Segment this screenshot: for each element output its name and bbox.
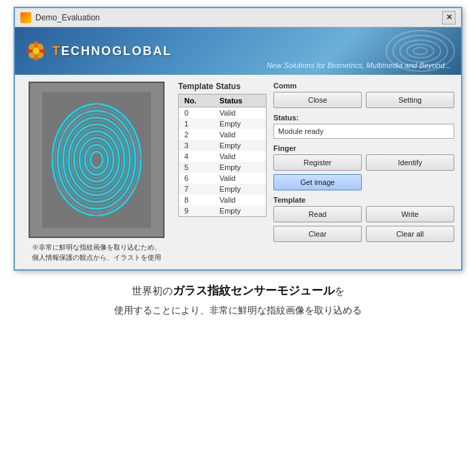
fingerprint-caption: ※非常に鮮明な指紋画像を取り込むため、個人情報保護の観点から、イラストを使用 bbox=[32, 242, 161, 262]
table-row: 1Empty bbox=[179, 118, 266, 129]
template-row-status: Empty bbox=[214, 184, 266, 194]
template-row-status: Empty bbox=[214, 162, 266, 173]
setting-button[interactable]: Setting bbox=[366, 92, 454, 108]
left-panel: ※非常に鮮明な指紋画像を取り込むため、個人情報保護の観点から、イラストを使用 bbox=[22, 82, 171, 262]
template-row-status: Valid bbox=[214, 129, 266, 140]
svg-point-13 bbox=[407, 44, 434, 58]
title-bar-left: Demo_Evaluation bbox=[20, 12, 100, 23]
bottom-text: 世界初のガラス指紋センサーモジュールを 使用することにより、非常に鮮明な指紋画像… bbox=[107, 271, 369, 326]
logo-text: TECHNOGLOBAL bbox=[52, 44, 172, 58]
header-banner: TECHNOGLOBAL New Solutions for Biometric… bbox=[15, 27, 461, 75]
logo-area: TECHNOGLOBAL bbox=[25, 40, 172, 62]
template-row-no: 5 bbox=[179, 162, 214, 173]
template-row-no: 4 bbox=[179, 151, 214, 162]
template-row-status: Valid bbox=[214, 173, 266, 184]
table-row: 7Empty bbox=[179, 184, 266, 194]
template-section: Template Read Write Clear Clear all bbox=[273, 196, 454, 242]
status-label: Status: bbox=[273, 114, 454, 122]
comm-label: Comm bbox=[273, 82, 454, 90]
finger-label: Finger bbox=[273, 144, 454, 152]
app-icon bbox=[20, 12, 31, 23]
svg-point-9 bbox=[33, 48, 39, 54]
close-button[interactable]: Close bbox=[273, 92, 362, 108]
template-row-status: Valid bbox=[214, 194, 266, 205]
table-row: 5Empty bbox=[179, 162, 266, 173]
register-button[interactable]: Register bbox=[273, 154, 362, 171]
get-image-button[interactable]: Get image bbox=[273, 174, 362, 190]
window-title: Demo_Evaluation bbox=[35, 13, 100, 22]
clear-button[interactable]: Clear bbox=[273, 226, 362, 242]
template-row-no: 8 bbox=[179, 194, 214, 205]
template-bottom-buttons: Clear Clear all bbox=[273, 226, 454, 242]
table-row: 8Valid bbox=[179, 194, 266, 205]
template-row-no: 0 bbox=[179, 107, 214, 119]
template-status-panel: Template Status No. Status 0Valid1Empty2… bbox=[178, 82, 267, 262]
template-row-status: Valid bbox=[214, 107, 266, 119]
col-header-status: Status bbox=[214, 95, 266, 107]
fingerprint-display bbox=[29, 82, 165, 238]
logo-icon bbox=[25, 40, 47, 62]
read-button[interactable]: Read bbox=[273, 206, 362, 222]
template-row-status: Empty bbox=[214, 205, 266, 216]
table-row: 6Valid bbox=[179, 173, 266, 184]
right-panel: Comm Close Setting Status: Module ready … bbox=[273, 82, 454, 262]
window-close-button[interactable]: ✕ bbox=[442, 11, 456, 24]
clear-all-button[interactable]: Clear all bbox=[366, 226, 454, 242]
template-row-status: Empty bbox=[214, 118, 266, 129]
get-image-row: Get image bbox=[273, 174, 454, 190]
bottom-line2: 使用することにより、非常に鮮明な指紋画像を取り込める bbox=[114, 302, 362, 319]
template-top-buttons: Read Write bbox=[273, 206, 454, 222]
fingerprint-svg bbox=[42, 92, 151, 228]
table-row: 0Valid bbox=[179, 107, 266, 119]
write-button[interactable]: Write bbox=[366, 206, 454, 222]
template-row-no: 6 bbox=[179, 173, 214, 184]
svg-point-10 bbox=[386, 31, 454, 71]
outer-wrapper: Demo_Evaluation ✕ bbox=[0, 0, 476, 476]
template-status-title: Template Status bbox=[178, 82, 267, 91]
table-row: 2Valid bbox=[179, 129, 266, 140]
template-row-no: 7 bbox=[179, 184, 214, 194]
main-content: ※非常に鮮明な指紋画像を取り込むため、個人情報保護の観点から、イラストを使用 T… bbox=[15, 75, 461, 269]
col-header-no: No. bbox=[179, 95, 214, 107]
comm-buttons: Close Setting bbox=[273, 92, 454, 108]
comm-section: Comm Close Setting bbox=[273, 82, 454, 108]
template-label: Template bbox=[273, 196, 454, 204]
template-row-no: 1 bbox=[179, 118, 214, 129]
template-row-no: 3 bbox=[179, 140, 214, 151]
table-row: 9Empty bbox=[179, 205, 266, 216]
template-row-no: 9 bbox=[179, 205, 214, 216]
header-fingerprint-decoration bbox=[379, 27, 461, 75]
template-row-no: 2 bbox=[179, 129, 214, 140]
template-row-status: Empty bbox=[214, 140, 266, 151]
title-bar: Demo_Evaluation ✕ bbox=[15, 8, 461, 27]
table-row: 4Valid bbox=[179, 151, 266, 162]
application-window: Demo_Evaluation ✕ bbox=[14, 7, 462, 271]
status-value: Module ready bbox=[273, 124, 454, 139]
template-row-status: Valid bbox=[214, 151, 266, 162]
finger-section: Finger Register Identify Get image bbox=[273, 144, 454, 190]
svg-point-14 bbox=[413, 48, 427, 54]
finger-top-buttons: Register Identify bbox=[273, 154, 454, 171]
identify-button[interactable]: Identify bbox=[366, 154, 454, 171]
bottom-line1: 世界初のガラス指紋センサーモジュールを bbox=[114, 281, 362, 302]
status-section: Status: Module ready bbox=[273, 114, 454, 139]
template-table: No. Status 0Valid1Empty2Valid3Empty4Vali… bbox=[178, 94, 267, 217]
table-row: 3Empty bbox=[179, 140, 266, 151]
